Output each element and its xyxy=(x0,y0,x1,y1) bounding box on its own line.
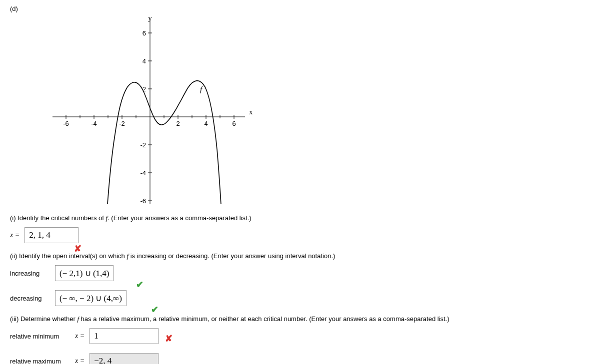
xtick-6: 6 xyxy=(232,120,236,127)
q2-row-decreasing: decreasing (− ∞, − 2) ∪ (4,∞) xyxy=(10,290,590,306)
q3-row-max: relative maximum x = −2, 4 xyxy=(10,353,590,364)
graph-svg: -6 -4 -2 2 4 6 2 4 6 xyxy=(45,14,255,204)
q1-xeq-label: x = xyxy=(10,231,20,239)
q2-row-increasing: increasing (− 2,1) ∪ (1,4) xyxy=(10,265,590,281)
curve-path xyxy=(108,81,221,204)
q2-decreasing-label: decreasing xyxy=(10,295,50,302)
q1-answer-input[interactable]: 2, 1, 4 xyxy=(24,227,78,243)
xtick-2: 2 xyxy=(176,120,180,127)
q3-max-input[interactable]: −2, 4 xyxy=(90,353,158,364)
q3-max-label: relative maximum xyxy=(10,358,70,364)
ytick-2: 2 xyxy=(142,85,146,93)
cross-icon: ✘ xyxy=(165,333,172,344)
q3-row-min: relative minimum x = 1 xyxy=(10,328,590,344)
y-axis-label: y xyxy=(148,14,152,22)
xtick--4: -4 xyxy=(91,120,97,127)
q3-prompt: (iii) Determine whether f has a relative… xyxy=(10,315,590,323)
xtick--6: -6 xyxy=(63,120,69,127)
graph-container: -6 -4 -2 2 4 6 2 4 6 xyxy=(45,14,590,204)
xtick-4: 4 xyxy=(204,120,208,127)
ytick--2: -2 xyxy=(140,141,146,149)
ytick--4: -4 xyxy=(140,169,146,177)
q3-min-xeq: x = xyxy=(75,332,84,340)
ytick-6: 6 xyxy=(142,29,146,37)
check-icon: ✔ xyxy=(151,304,158,315)
q2-increasing-label: increasing xyxy=(10,270,50,277)
q2-decreasing-input[interactable]: (− ∞, − 2) ∪ (4,∞) xyxy=(55,290,126,306)
check-icon: ✔ xyxy=(136,279,144,290)
ytick--6: -6 xyxy=(140,197,146,204)
x-axis-label: x xyxy=(249,108,253,116)
q2-prompt: (ii) Identify the open interval(s) on wh… xyxy=(10,252,590,260)
q1-answer-row: x = 2, 1, 4 xyxy=(10,227,590,243)
xtick--2: -2 xyxy=(119,120,125,127)
q3-max-xeq: x = xyxy=(75,357,84,364)
cross-icon: ✘ xyxy=(74,243,82,254)
ytick-4: 4 xyxy=(142,57,146,65)
q3-min-input[interactable]: 1 xyxy=(90,328,158,344)
q1-prompt: (i) Identify the critical numbers of f. … xyxy=(10,214,590,222)
q3-min-label: relative minimum xyxy=(10,333,70,340)
part-label: (d) xyxy=(10,5,590,12)
q2-increasing-input[interactable]: (− 2,1) ∪ (1,4) xyxy=(55,265,114,281)
